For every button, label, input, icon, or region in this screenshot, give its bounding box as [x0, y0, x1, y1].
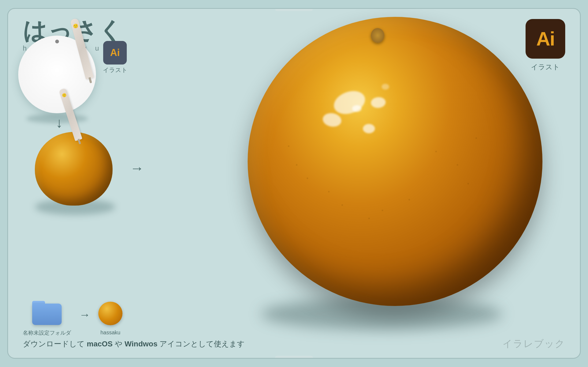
platform-bar-top: [275, 9, 313, 11]
hassaku-large: [248, 17, 542, 306]
download-text-p2: や: [113, 340, 125, 348]
hassaku-small: [35, 132, 113, 206]
folder-name-label: 名称未設定フォルダ: [23, 329, 71, 336]
ai-badge-small: Ai: [103, 41, 127, 65]
highlight-blob-2: [322, 112, 343, 128]
texture-dot-12: [475, 137, 477, 139]
hassaku-large-container: [248, 17, 569, 338]
bottom-icons-section: 名称未設定フォルダ → hassaku: [23, 301, 122, 336]
arrow-right-bottom: →: [79, 308, 90, 321]
highlight-blob-6: [382, 84, 389, 90]
stem-top: [55, 40, 59, 43]
bottom-text-bar: ダウンロードして macOS や Windwos アイコンとして使えます イラレ…: [23, 337, 565, 350]
download-text-p1: ダウンロードして: [23, 340, 87, 348]
brand-label: イラレブック: [503, 337, 565, 350]
download-text-macos: macOS: [87, 340, 113, 348]
ai-text-small: Ai: [110, 48, 120, 58]
download-text-windows: Windwos: [125, 340, 158, 348]
hassaku-large-stem: [371, 28, 384, 43]
pencil-face-middle: 🙂: [61, 92, 67, 98]
texture-dot-6: [382, 210, 383, 211]
folder-label-item: 名称未設定フォルダ: [23, 301, 71, 336]
main-container: はっさく h a s s a k u Ai イラスト Ai イラスト 🙂 ↓ 🙂: [7, 8, 581, 359]
pencil-face-top: 🙂: [72, 23, 79, 29]
hassaku-tiny-item: hassaku: [98, 302, 122, 336]
texture-dot-4: [328, 191, 330, 192]
hassaku-tiny-label: hassaku: [101, 330, 121, 336]
highlight-blob-1: [331, 87, 368, 118]
download-text-p3: アイコンとして使えます: [157, 340, 245, 348]
texture-dot-10: [457, 164, 458, 166]
folder-body: [32, 304, 62, 325]
texture-dot-3: [288, 145, 289, 147]
arrow-right-middle: →: [130, 160, 144, 176]
platform-bar-bottom: [275, 356, 313, 358]
hassaku-tiny-icon: [98, 302, 122, 325]
ai-label-small: イラスト: [99, 66, 131, 74]
texture-dot-9: [435, 151, 437, 152]
download-description: ダウンロードして macOS や Windwos アイコンとして使えます: [23, 339, 245, 349]
texture-dot-8: [368, 218, 370, 219]
texture-dot-7: [408, 199, 410, 200]
texture-dot-1: [296, 164, 297, 166]
texture-dot-11: [467, 183, 469, 184]
highlight-blob-5: [352, 105, 362, 112]
folder-icon: [32, 301, 62, 325]
texture-dot-2: [307, 177, 308, 179]
texture-dot-5: [341, 204, 343, 206]
highlight-blob-3: [370, 97, 386, 109]
bottom-icons-row: 名称未設定フォルダ → hassaku: [23, 301, 122, 336]
highlight-blob-4: [363, 124, 375, 133]
